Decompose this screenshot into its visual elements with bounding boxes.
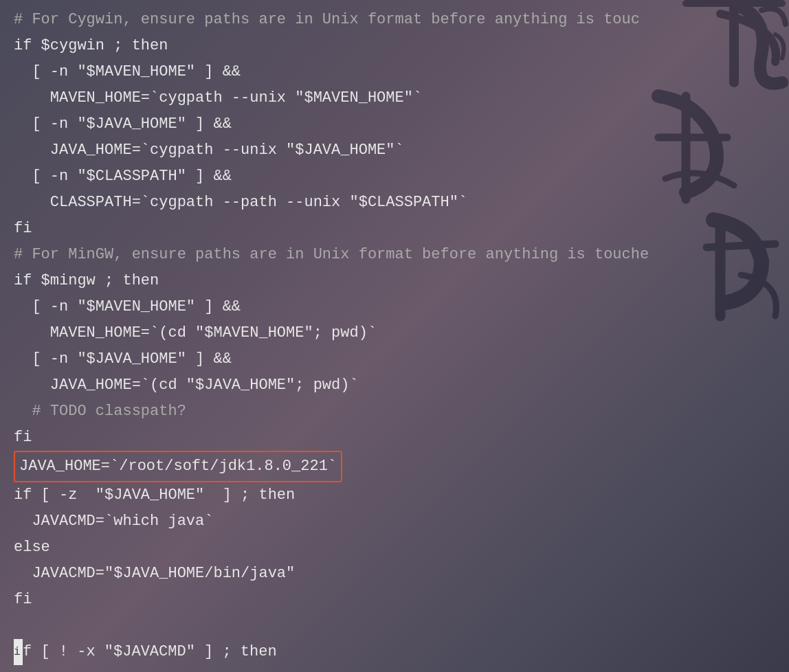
code-line-6: JAVA_HOME=`cygpath --unix "$JAVA_HOME"` [14, 137, 775, 164]
code-text-11: if $mingw ; then [14, 268, 159, 294]
code-container: # For Cygwin, ensure paths are in Unix f… [0, 0, 789, 672]
code-text-14: [ -n "$JAVA_HOME" ] && [14, 346, 232, 372]
code-text-9: fi [14, 216, 32, 242]
code-line-17: fi [14, 425, 775, 451]
code-line-19: if [ -z "$JAVA_HOME" ] ; then [14, 482, 775, 508]
code-text-23: fi [14, 587, 32, 613]
code-line-18-highlighted: JAVA_HOME=`/root/soft/jdk1.8.0_221` [14, 451, 775, 482]
code-line-13: MAVEN_HOME=`(cd "$MAVEN_HOME"; pwd)` [14, 320, 775, 346]
code-text-12: [ -n "$MAVEN_HOME" ] && [14, 294, 241, 320]
code-line-5: [ -n "$JAVA_HOME" ] && [14, 111, 775, 137]
code-text-5: [ -n "$JAVA_HOME" ] && [14, 111, 232, 137]
code-text-10: # For MinGW, ensure paths are in Unix fo… [14, 242, 649, 268]
code-line-3: [ -n "$MAVEN_HOME" ] && [14, 59, 775, 85]
code-line-20: JAVACMD=`which java` [14, 508, 775, 535]
code-line-11: if $mingw ; then [14, 268, 775, 294]
code-line-1: # For Cygwin, ensure paths are in Unix f… [14, 7, 775, 33]
code-text-2: if $cygwin ; then [14, 33, 168, 59]
code-text-19: if [ -z "$JAVA_HOME" ] ; then [14, 482, 295, 508]
code-text-16: # TODO classpath? [14, 399, 186, 425]
code-line-21: else [14, 535, 775, 561]
code-line-4: MAVEN_HOME=`cygpath --unix "$MAVEN_HOME"… [14, 85, 775, 111]
code-text-13: MAVEN_HOME=`(cd "$MAVEN_HOME"; pwd)` [14, 320, 377, 346]
code-line-25: if [ ! -x "$JAVACMD" ] ; then [14, 639, 775, 665]
code-text-21: else [14, 535, 50, 561]
code-line-2: if $cygwin ; then [14, 33, 775, 59]
code-text-6: JAVA_HOME=`cygpath --unix "$JAVA_HOME"` [14, 137, 404, 164]
code-line-9: fi [14, 216, 775, 242]
code-text-25: f [ ! -x "$JAVACMD" ] ; then [23, 639, 277, 665]
code-text-15: JAVA_HOME=`(cd "$JAVA_HOME"; pwd)` [14, 372, 359, 399]
cursor: i [14, 639, 23, 665]
code-line-10: # For MinGW, ensure paths are in Unix fo… [14, 242, 775, 268]
code-line-15: JAVA_HOME=`(cd "$JAVA_HOME"; pwd)` [14, 372, 775, 399]
code-text-24 [14, 613, 23, 639]
code-line-7: [ -n "$CLASSPATH" ] && [14, 164, 775, 190]
code-line-14: [ -n "$JAVA_HOME" ] && [14, 346, 775, 372]
code-text-8: CLASSPATH=`cygpath --path --unix "$CLASS… [14, 190, 467, 216]
code-line-23: fi [14, 587, 775, 613]
code-text-17: fi [14, 425, 32, 451]
highlighted-code-text: JAVA_HOME=`/root/soft/jdk1.8.0_221` [14, 451, 342, 482]
code-line-22: JAVACMD="$JAVA_HOME/bin/java" [14, 561, 775, 587]
code-text-7: [ -n "$CLASSPATH" ] && [14, 164, 232, 190]
code-text-3: [ -n "$MAVEN_HOME" ] && [14, 59, 241, 85]
code-line-12: [ -n "$MAVEN_HOME" ] && [14, 294, 775, 320]
code-text-1: # For Cygwin, ensure paths are in Unix f… [14, 7, 640, 33]
code-text-22: JAVACMD="$JAVA_HOME/bin/java" [14, 561, 295, 587]
code-line-8: CLASSPATH=`cygpath --path --unix "$CLASS… [14, 190, 775, 216]
code-line-24-empty [14, 613, 775, 639]
code-text-20: JAVACMD=`which java` [14, 508, 213, 535]
code-line-16: # TODO classpath? [14, 399, 775, 425]
code-text-4: MAVEN_HOME=`cygpath --unix "$MAVEN_HOME"… [14, 85, 422, 111]
